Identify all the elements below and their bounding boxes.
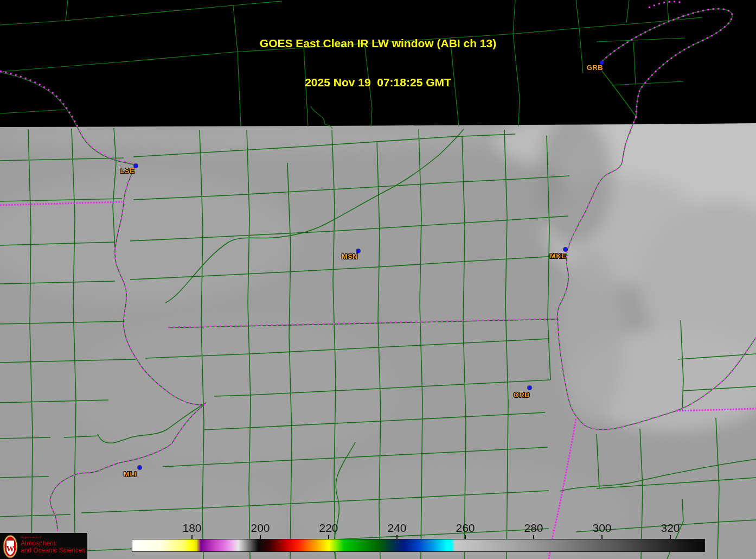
station-dot-mke: [563, 247, 567, 251]
station-label-ord: ORD: [514, 391, 530, 399]
aos-logo-text: Department of Atmospheric and Oceanic Sc…: [21, 536, 85, 554]
station-label-mli: MLI: [124, 470, 137, 478]
station-dot-ord: [528, 386, 531, 390]
title-line-1: GOES East Clean IR LW window (ABI ch 13): [0, 37, 756, 50]
station-label-grb: GRB: [587, 63, 603, 72]
colorbar-tick-mark-220: [328, 535, 329, 539]
station-label-msn: MSN: [342, 252, 358, 261]
colorbar-tick-label-260: 260: [441, 522, 490, 535]
goes-ir-satellite-image: GOES East Clean IR LW window (ABI ch 13)…: [0, 0, 756, 559]
temperature-colorbar: 180200220240260280300320: [132, 539, 705, 552]
logo-line-atmospheric: Atmospheric: [21, 540, 85, 547]
colorbar-tick-mark-240: [396, 535, 398, 539]
image-title: GOES East Clean IR LW window (ABI ch 13)…: [0, 11, 756, 115]
title-line-2: 2025 Nov 19 07:18:25 GMT: [0, 76, 756, 89]
colorbar-tick-label-220: 220: [304, 522, 353, 535]
colorbar-tick-label-240: 240: [373, 522, 421, 535]
station-dot-mli: [138, 466, 142, 469]
station-label-lse: LSE: [120, 167, 135, 175]
logo-line-department: Department of: [21, 536, 85, 539]
colorbar-tick-mark-300: [601, 535, 603, 539]
colorbar-tick-label-300: 300: [578, 522, 626, 535]
colorbar-tick-label-180: 180: [168, 522, 216, 535]
logo-line-oceanic: and Oceanic Sciences: [21, 547, 85, 554]
colorbar-tick-mark-280: [533, 535, 534, 539]
station-label-mke: MKE: [550, 252, 566, 260]
colorbar-tick-label-200: 200: [236, 522, 285, 535]
colorbar-tick-label-320: 320: [646, 522, 695, 535]
aos-logo: W Department of Atmospheric and Oceanic …: [0, 533, 87, 559]
colorbar-tick-mark-180: [191, 535, 193, 539]
svg-text:W: W: [7, 544, 15, 553]
colorbar-tick-mark-200: [260, 535, 261, 539]
colorbar-tick-mark-260: [465, 535, 466, 539]
uw-crest-icon: W: [3, 535, 18, 558]
colorbar-tick-label-280: 280: [509, 522, 558, 535]
colorbar-tick-mark-320: [670, 535, 671, 539]
